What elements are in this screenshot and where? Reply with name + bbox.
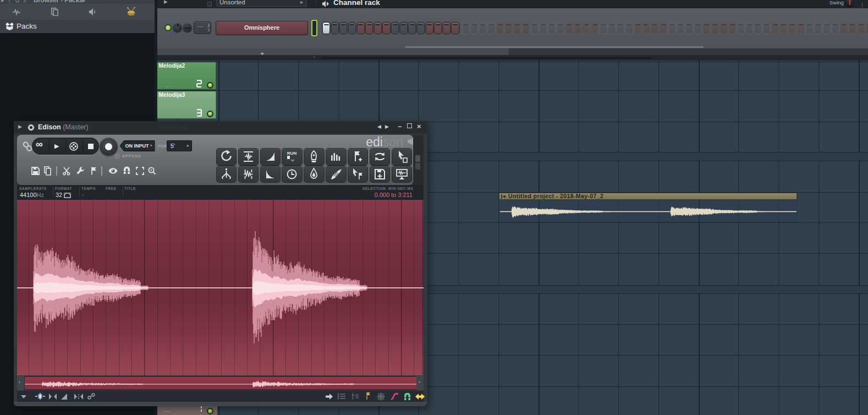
svg-text:RUN: RUN xyxy=(287,151,297,156)
